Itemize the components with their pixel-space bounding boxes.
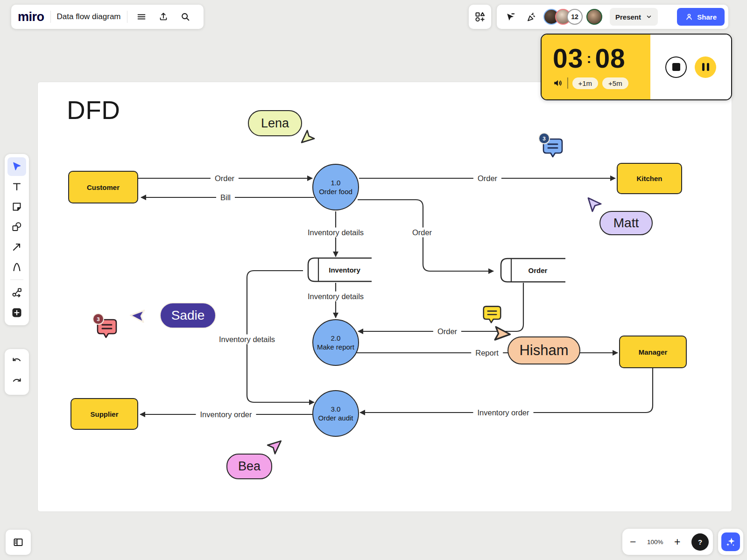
zoom-toolbar: − 100% + ? xyxy=(622,529,713,555)
hamburger-icon xyxy=(136,12,147,22)
avatar-group: 12 xyxy=(543,9,602,25)
shapes-tool[interactable] xyxy=(7,217,26,236)
add-five-minutes-button[interactable]: +5m xyxy=(602,77,628,89)
board-title[interactable]: Data flow diagram xyxy=(57,12,121,21)
process-make-report[interactable]: 2.0 Make report xyxy=(312,319,359,366)
collaborator-label-bea: Bea xyxy=(226,454,272,479)
timer-minutes: 03 xyxy=(553,45,583,72)
comment-count-badge: 3 xyxy=(93,314,103,324)
history-toolbar xyxy=(5,349,29,395)
flow-label-inventory-order-2[interactable]: Inventory order xyxy=(196,410,256,420)
comment-thread-blue[interactable]: 3 xyxy=(542,137,564,161)
data-store-order[interactable]: Order xyxy=(494,257,565,283)
entity-customer[interactable]: Customer xyxy=(68,171,138,203)
flow-label-order-4[interactable]: Order xyxy=(433,327,461,336)
cursor-icon xyxy=(11,161,22,172)
stop-icon xyxy=(672,63,680,71)
process-number: 2.0 xyxy=(331,334,341,343)
help-button[interactable]: ? xyxy=(691,533,709,551)
pen-tool[interactable] xyxy=(7,258,26,276)
timer-display-panel: 03 : 08 +1m +5m xyxy=(542,35,650,99)
board-canvas[interactable]: DFD Order Bill Order Inventory details O… xyxy=(37,82,732,512)
process-order-food[interactable]: 1.0 Order food xyxy=(312,164,359,210)
connection-line-tool[interactable] xyxy=(7,238,26,256)
main-menu-button[interactable] xyxy=(134,9,149,25)
zoom-out-button[interactable]: − xyxy=(630,537,636,547)
process-label: Order audit xyxy=(318,413,353,423)
avatar[interactable] xyxy=(586,9,602,25)
comment-thread-red[interactable]: 3 xyxy=(96,318,118,341)
flow-connectors xyxy=(38,82,733,512)
store-label: Order xyxy=(510,257,565,283)
divider xyxy=(50,11,51,23)
add-more-tools[interactable] xyxy=(7,303,26,322)
entity-manager[interactable]: Manager xyxy=(619,336,687,368)
flow-label-inventory-details-2[interactable]: Inventory details xyxy=(303,292,368,301)
zoom-in-button[interactable]: + xyxy=(674,537,680,547)
ai-assist-card xyxy=(718,529,743,555)
plus-icon xyxy=(11,307,22,318)
flow-label-inventory-details-1[interactable]: Inventory details xyxy=(303,228,368,238)
zoom-level[interactable]: 100% xyxy=(647,539,663,546)
undo-icon xyxy=(11,356,22,367)
apps-button[interactable] xyxy=(472,9,488,25)
collaborator-cursor-bea xyxy=(265,438,283,456)
divider xyxy=(10,280,23,280)
header-collab-card: 12 Present Share xyxy=(497,5,728,29)
arrow-icon xyxy=(11,241,22,252)
select-tool[interactable] xyxy=(7,157,26,176)
collaborator-label-sadie: Sadie xyxy=(160,302,216,329)
flow-label-inventory-details-3[interactable]: Inventory details xyxy=(215,335,279,344)
sticky-note-icon xyxy=(11,201,22,212)
sidebar-layout-icon xyxy=(13,537,24,548)
timer-stop-button[interactable] xyxy=(665,56,687,78)
chevron-down-icon xyxy=(646,14,652,20)
collaborator-cursor-matt xyxy=(585,196,604,214)
flow-label-order-1[interactable]: Order xyxy=(211,174,239,183)
participants-count[interactable]: 12 xyxy=(567,9,583,25)
undo-button[interactable] xyxy=(7,352,26,371)
diagramming-tool[interactable] xyxy=(7,283,26,302)
process-order-audit[interactable]: 3.0 Order audit xyxy=(312,390,359,437)
collaborator-cursor-lena xyxy=(299,128,317,146)
timer-seconds: 08 xyxy=(595,45,625,72)
flow-label-bill[interactable]: Bill xyxy=(216,193,235,203)
add-one-minute-button[interactable]: +1m xyxy=(572,77,599,89)
frames-panel-card xyxy=(6,530,31,555)
text-tool[interactable] xyxy=(7,177,26,196)
flow-label-order-3[interactable]: Order xyxy=(408,228,436,238)
speaker-icon[interactable] xyxy=(553,78,563,88)
frames-button[interactable] xyxy=(10,534,26,550)
header-board-card: miro Data flow diagram xyxy=(11,5,204,29)
present-button[interactable]: Present xyxy=(610,8,658,26)
cursor-toggle-icon xyxy=(505,12,516,22)
comment-count-badge: 3 xyxy=(539,133,549,143)
entity-supplier[interactable]: Supplier xyxy=(70,398,138,430)
flow-label-order-2[interactable]: Order xyxy=(473,174,501,183)
creation-toolbar xyxy=(5,154,29,325)
data-store-inventory[interactable]: Inventory xyxy=(302,257,372,283)
process-number: 3.0 xyxy=(331,405,341,414)
shapes-grid-icon xyxy=(474,11,486,22)
collaborator-label-lena: Lena xyxy=(248,110,302,136)
flow-label-inventory-order-1[interactable]: Inventory order xyxy=(473,408,534,418)
hide-cursors-button[interactable] xyxy=(502,9,518,25)
search-button[interactable] xyxy=(177,9,193,25)
miro-logo[interactable]: miro xyxy=(18,10,44,24)
redo-button[interactable] xyxy=(7,373,26,392)
timer-pause-button[interactable] xyxy=(695,56,716,78)
sticky-note-tool[interactable] xyxy=(7,197,26,216)
share-button[interactable]: Share xyxy=(677,8,725,26)
divider xyxy=(127,11,127,23)
mindmap-icon xyxy=(11,287,22,298)
shapes-icon xyxy=(11,221,22,232)
ai-assist-button[interactable] xyxy=(721,532,740,551)
party-popper-icon xyxy=(526,12,536,22)
entity-kitchen[interactable]: Kitchen xyxy=(617,163,682,194)
connector-manager-order-audit[interactable] xyxy=(360,368,653,413)
reactions-button[interactable] xyxy=(523,9,539,25)
flow-label-report[interactable]: Report xyxy=(471,348,503,358)
export-button[interactable] xyxy=(155,9,171,25)
text-icon xyxy=(11,181,22,192)
share-label: Share xyxy=(697,13,717,21)
